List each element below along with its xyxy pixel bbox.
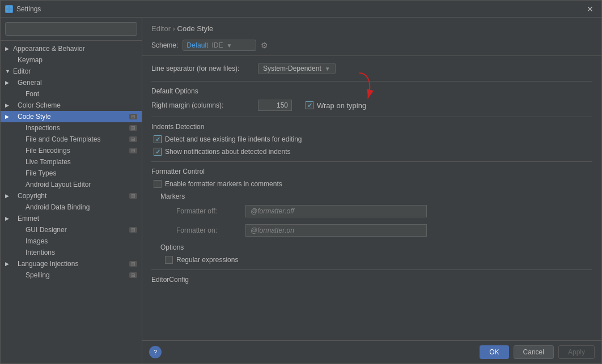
line-separator-value: System-Dependent (263, 65, 321, 72)
sidebar-item-copyright[interactable]: ▶ Copyright ⊞ (1, 190, 142, 202)
main-content: ▶ Appearance & Behavior Keymap ▼ Editor … (1, 18, 601, 363)
sidebar-item-emmet[interactable]: ▶ Emmet (1, 213, 142, 224)
detect-indents-checkbox[interactable] (154, 135, 162, 143)
options-label: Options (160, 243, 592, 251)
dropdown-arrow-icon: ▼ (226, 42, 232, 49)
sidebar-item-general[interactable]: ▶ General (1, 77, 142, 88)
formatter-on-row: Formatter on: (160, 224, 592, 237)
svg-rect-2 (6, 10, 9, 12)
expand-arrow (5, 57, 11, 63)
show-notifications-checkbox[interactable] (154, 148, 162, 156)
close-button[interactable]: ✕ (583, 3, 597, 15)
search-box (1, 18, 142, 41)
sidebar-item-label: Intentions (26, 249, 55, 256)
sidebar-tree: ▶ Appearance & Behavior Keymap ▼ Editor … (1, 41, 142, 363)
wrap-on-typing-container: Wrap on typing (306, 101, 366, 110)
sidebar-item-color-scheme[interactable]: ▶ Color Scheme (1, 100, 142, 111)
formatter-control-label: Formatter Control (151, 168, 592, 175)
item-badge: ⊞ (129, 193, 137, 199)
enable-formatter-checkbox[interactable] (154, 180, 162, 188)
detect-indents-label: Detect and use existing file indents for… (165, 135, 302, 143)
sidebar-item-label: Spelling (26, 271, 50, 279)
item-badge: ⊞ (129, 125, 137, 131)
sidebar-item-label: Editor (13, 67, 31, 75)
right-panel: Editor › Code Style Scheme: Default IDE … (142, 18, 601, 363)
item-badge: ⊞ (129, 227, 137, 233)
expand-arrow (5, 159, 11, 165)
sidebar-item-android-data-binding[interactable]: Android Data Binding (1, 202, 142, 213)
breadcrumb-part2: Code Style (177, 24, 214, 33)
sidebar-item-file-code-templates[interactable]: File and Code Templates ⊞ (1, 134, 142, 145)
sidebar-item-label: Font (26, 90, 39, 98)
formatter-off-row: Formatter off: (160, 205, 592, 217)
enable-formatter-label: Enable formatter markers in comments (165, 180, 282, 188)
sidebar-item-code-style[interactable]: ▶ Code Style ⊞ (1, 111, 142, 122)
formatter-off-input[interactable] (245, 205, 427, 217)
sidebar-item-file-encodings[interactable]: File Encodings ⊞ (1, 145, 142, 156)
breadcrumb-part1: Editor (151, 24, 171, 33)
settings-window: Settings ✕ ▶ Appearance & Behavior Keyma… (0, 0, 602, 364)
sidebar-item-label: Copyright (18, 192, 46, 200)
sidebar-item-inspections[interactable]: Inspections ⊞ (1, 122, 142, 134)
sidebar-item-label: General (18, 79, 42, 87)
expand-arrow (5, 170, 11, 176)
sidebar-item-label: File and Code Templates (26, 135, 101, 143)
sidebar-item-intentions[interactable]: Intentions (1, 247, 142, 258)
gear-icon[interactable]: ⚙ (261, 41, 268, 50)
svg-rect-3 (10, 10, 12, 12)
enable-formatter-row: Enable formatter markers in comments (151, 180, 592, 188)
line-separator-dropdown[interactable]: System-Dependent ▼ (258, 63, 336, 74)
sidebar-item-file-types[interactable]: File Types (1, 168, 142, 179)
sidebar-item-label: GUI Designer (26, 226, 67, 234)
sidebar-item-live-templates[interactable]: Live Templates (1, 156, 142, 168)
regular-expressions-label: Regular expressions (176, 256, 238, 264)
expand-arrow (5, 91, 11, 97)
formatter-on-input[interactable] (245, 224, 427, 237)
app-icon (5, 5, 13, 13)
scheme-dropdown[interactable]: Default IDE ▼ (183, 40, 256, 51)
show-notifications-row: Show notifications about detected indent… (151, 148, 592, 156)
detect-indents-row: Detect and use existing file indents for… (151, 135, 592, 143)
sidebar-item-label: File Encodings (26, 147, 70, 155)
dropdown-arrow-icon: ▼ (325, 66, 330, 72)
cancel-button[interactable]: Cancel (514, 345, 554, 359)
breadcrumb-separator: › (171, 24, 177, 33)
expand-arrow (5, 204, 11, 210)
right-margin-input[interactable] (258, 100, 292, 111)
svg-rect-1 (10, 6, 12, 8)
expand-arrow (5, 136, 11, 142)
sidebar-item-images[interactable]: Images (1, 235, 142, 247)
apply-button[interactable]: Apply (558, 345, 595, 359)
divider-3 (151, 161, 592, 162)
item-badge: ⊞ (129, 136, 137, 142)
divider-4 (151, 269, 592, 270)
sidebar-item-appearance[interactable]: ▶ Appearance & Behavior (1, 43, 142, 54)
markers-label: Markers (160, 192, 592, 200)
sidebar-item-keymap[interactable]: Keymap (1, 54, 142, 66)
sidebar-item-label: File Types (26, 169, 56, 177)
show-notifications-label: Show notifications about detected indent… (165, 148, 290, 156)
sidebar-item-gui-designer[interactable]: GUI Designer ⊞ (1, 224, 142, 235)
sidebar-item-label: Inspections (26, 124, 60, 132)
sidebar-item-font[interactable]: Font (1, 88, 142, 100)
divider-1 (151, 81, 592, 82)
search-input[interactable] (5, 22, 137, 36)
help-button[interactable]: ? (149, 346, 162, 358)
sidebar-item-language-injections[interactable]: ▶ Language Injections ⊞ (1, 258, 142, 269)
regular-expressions-checkbox[interactable] (165, 256, 173, 264)
panel-body: Line separator (for new files): System-D… (142, 56, 601, 340)
wrap-on-typing-checkbox[interactable] (306, 101, 313, 109)
expand-arrow: ▶ (5, 261, 11, 267)
sidebar: ▶ Appearance & Behavior Keymap ▼ Editor … (1, 18, 142, 363)
expand-arrow (5, 227, 11, 233)
sidebar-item-spelling[interactable]: Spelling ⊞ (1, 269, 142, 281)
sidebar-item-android-layout-editor[interactable]: Android Layout Editor (1, 179, 142, 190)
expand-arrow (5, 250, 11, 255)
titlebar: Settings ✕ (1, 1, 601, 18)
sidebar-item-label: Android Layout Editor (26, 181, 91, 189)
sidebar-item-editor[interactable]: ▼ Editor (1, 66, 142, 77)
ok-button[interactable]: OK (480, 345, 508, 359)
line-separator-label: Line separator (for new files): (151, 65, 253, 72)
right-margin-row: Right margin (columns): Wrap on typing (151, 100, 592, 111)
expand-arrow: ▼ (5, 68, 11, 74)
